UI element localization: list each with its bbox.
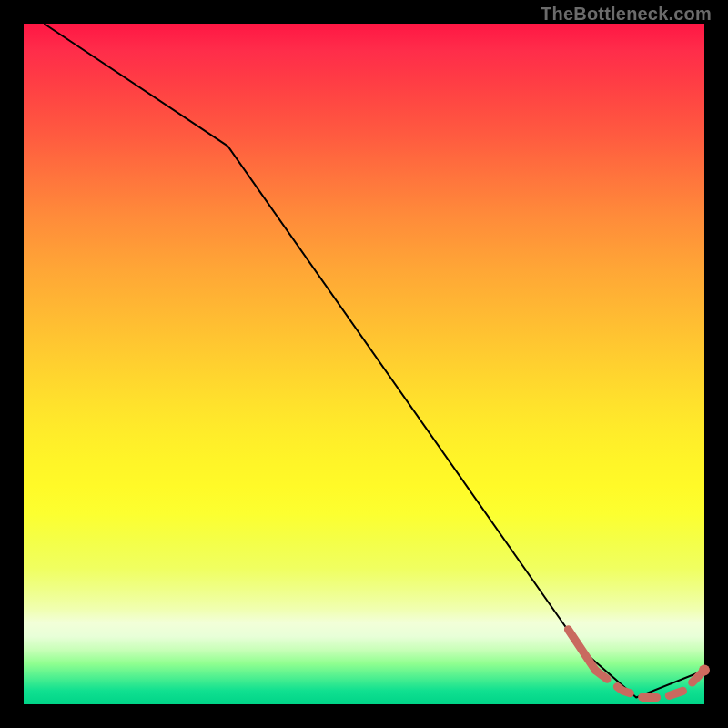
highlight-lead [568,630,595,671]
watermark-text: TheBottleneck.com [541,4,712,25]
highlight-end-dot [699,665,710,676]
chart-svg [24,24,704,704]
chart-plot-area [24,24,704,704]
highlight-dashed-line [595,671,704,698]
main-curve-line [44,24,704,698]
